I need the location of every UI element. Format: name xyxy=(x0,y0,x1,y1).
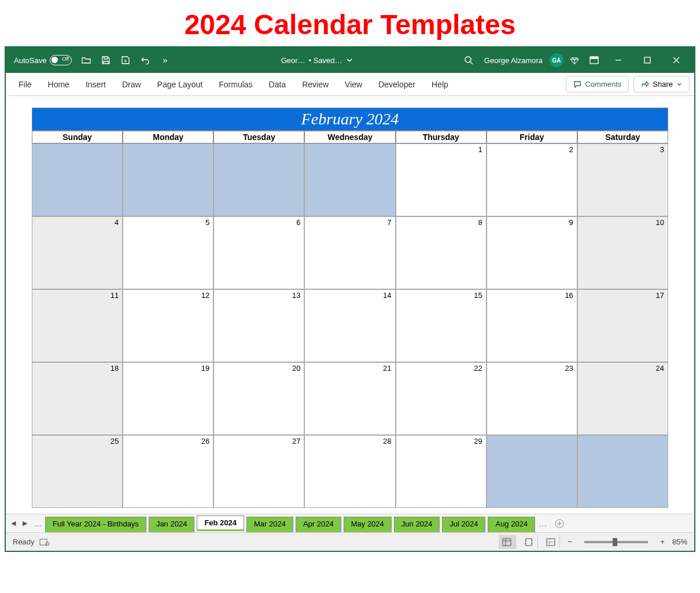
calendar-cell[interactable]: 3 xyxy=(577,143,668,216)
close-button[interactable] xyxy=(663,47,690,73)
ribbon-tab-view[interactable]: View xyxy=(337,75,370,94)
ribbon-tab-developer[interactable]: Developer xyxy=(370,75,423,94)
ribbon-tab-formulas[interactable]: Formulas xyxy=(211,75,260,94)
ribbon-tab-page-layout[interactable]: Page Layout xyxy=(149,75,211,94)
share-button[interactable]: Share xyxy=(633,76,690,93)
open-icon[interactable] xyxy=(78,51,95,69)
calendar-cell[interactable]: 1 xyxy=(396,143,487,216)
calendar-cell[interactable] xyxy=(577,435,668,508)
calendar-cell[interactable]: 22 xyxy=(396,362,487,435)
calendar-cell[interactable]: 26 xyxy=(123,435,213,508)
calendar-cell[interactable]: 16 xyxy=(487,289,577,362)
view-normal-button[interactable] xyxy=(499,535,516,549)
day-number: 10 xyxy=(656,218,664,227)
sheet-first-ellipsis[interactable]: … xyxy=(31,519,44,528)
weekday-header: Friday xyxy=(487,131,577,143)
ribbon-mode-icon[interactable] xyxy=(585,51,603,69)
add-sheet-button[interactable] xyxy=(552,517,566,531)
calendar-cell[interactable]: 28 xyxy=(304,435,395,508)
calendar-cell[interactable] xyxy=(213,143,304,216)
calendar-cell[interactable]: 17 xyxy=(577,289,668,362)
macro-record-icon[interactable] xyxy=(39,538,50,546)
search-icon[interactable] xyxy=(460,51,477,69)
ribbon-tab-file[interactable]: File xyxy=(10,75,40,94)
sheet-last-ellipsis[interactable]: … xyxy=(536,519,549,528)
zoom-level[interactable]: 85% xyxy=(672,537,687,546)
calendar-cell[interactable]: 4 xyxy=(32,216,123,289)
calendar-cell[interactable]: 12 xyxy=(123,289,213,362)
sheet-tab-mar-2024[interactable]: Mar 2024 xyxy=(246,517,293,532)
calendar-cell[interactable]: 15 xyxy=(396,289,487,362)
sheet-tab-apr-2024[interactable]: Apr 2024 xyxy=(296,517,341,532)
calendar-cell[interactable]: 27 xyxy=(213,435,304,508)
zoom-in-button[interactable]: + xyxy=(657,537,668,546)
day-number: 24 xyxy=(656,364,664,373)
calendar-cell[interactable]: 5 xyxy=(123,216,213,289)
undo-icon[interactable] xyxy=(137,51,154,69)
sheet-tab-aug-2024[interactable]: Aug 2024 xyxy=(488,517,535,532)
ribbon-tab-help[interactable]: Help xyxy=(423,75,456,94)
document-name[interactable]: Geor… • Saved… xyxy=(277,56,358,65)
calendar-cell[interactable] xyxy=(304,143,395,216)
zoom-out-button[interactable]: − xyxy=(565,537,575,546)
calendar-cell[interactable]: 24 xyxy=(577,362,668,435)
day-number: 15 xyxy=(474,291,482,300)
calendar-cell[interactable]: 21 xyxy=(304,362,395,435)
calendar-cell[interactable]: 6 xyxy=(213,216,304,289)
zoom-slider[interactable] xyxy=(584,541,648,543)
day-number: 25 xyxy=(110,437,119,445)
diamond-icon[interactable] xyxy=(566,51,583,69)
sheet-next-button[interactable]: ▶ xyxy=(20,518,30,529)
save-icon[interactable] xyxy=(97,51,115,69)
worksheet-area[interactable]: February 2024 SundayMondayTuesdayWednesd… xyxy=(6,96,694,514)
sheet-tab-full-year-2024---birthdays[interactable]: Full Year 2024 - Birthdays xyxy=(45,517,146,532)
calendar-cell[interactable]: 8 xyxy=(396,216,487,289)
more-quick-icon[interactable]: » xyxy=(156,51,174,69)
svg-rect-8 xyxy=(526,539,532,546)
save-flash-icon[interactable] xyxy=(117,51,134,69)
calendar-cell[interactable] xyxy=(487,435,577,508)
calendar-cell[interactable]: 19 xyxy=(123,362,213,435)
sheet-tab-may-2024[interactable]: May 2024 xyxy=(344,517,392,532)
sheet-tab-jun-2024[interactable]: Jun 2024 xyxy=(394,517,440,532)
calendar-cell[interactable] xyxy=(32,143,123,216)
user-avatar[interactable]: GA xyxy=(550,53,563,67)
calendar-cell[interactable]: 29 xyxy=(396,435,487,508)
day-number: 23 xyxy=(565,364,573,373)
calendar-cell[interactable]: 25 xyxy=(32,435,123,508)
maximize-button[interactable] xyxy=(634,47,661,73)
calendar-cell[interactable]: 23 xyxy=(487,362,577,435)
ribbon-tab-review[interactable]: Review xyxy=(294,75,337,94)
calendar-cell[interactable]: 11 xyxy=(32,289,123,362)
calendar-cell[interactable]: 10 xyxy=(577,216,668,289)
calendar-cell[interactable]: 7 xyxy=(304,216,395,289)
calendar-cell[interactable]: 14 xyxy=(304,289,395,362)
weekday-header: Monday xyxy=(123,131,213,143)
day-number: 16 xyxy=(565,291,573,300)
day-number: 6 xyxy=(296,218,300,227)
minimize-button[interactable] xyxy=(605,47,632,73)
autosave-toggle-icon[interactable] xyxy=(50,55,72,65)
ribbon-tab-home[interactable]: Home xyxy=(40,75,78,94)
calendar-cell[interactable]: 9 xyxy=(487,216,577,289)
comments-button[interactable]: Comments xyxy=(566,76,629,93)
autosave-control[interactable]: AutoSave xyxy=(10,55,75,65)
calendar-cell[interactable] xyxy=(123,143,213,216)
page-title: 2024 Calendar Templates xyxy=(0,0,700,46)
ribbon-tab-draw[interactable]: Draw xyxy=(114,75,149,94)
sheet-tab-feb-2024[interactable]: Feb 2024 xyxy=(197,515,244,531)
calendar-cell[interactable]: 18 xyxy=(32,362,123,435)
sheet-prev-button[interactable]: ◀ xyxy=(8,518,19,529)
user-name[interactable]: George Alzamora xyxy=(480,56,547,65)
sheet-tab-jan-2024[interactable]: Jan 2024 xyxy=(149,517,195,532)
calendar-cell[interactable]: 13 xyxy=(213,289,304,362)
view-page-break-button[interactable] xyxy=(543,535,560,549)
calendar-cell[interactable]: 2 xyxy=(487,143,577,216)
calendar-cell[interactable]: 20 xyxy=(213,362,304,435)
sheet-tab-jul-2024[interactable]: Jul 2024 xyxy=(442,517,485,532)
ribbon-tab-insert[interactable]: Insert xyxy=(78,75,114,94)
ribbon-tab-data[interactable]: Data xyxy=(261,75,294,94)
svg-rect-3 xyxy=(644,57,650,63)
view-page-layout-button[interactable] xyxy=(521,535,538,549)
comment-icon xyxy=(573,80,581,89)
